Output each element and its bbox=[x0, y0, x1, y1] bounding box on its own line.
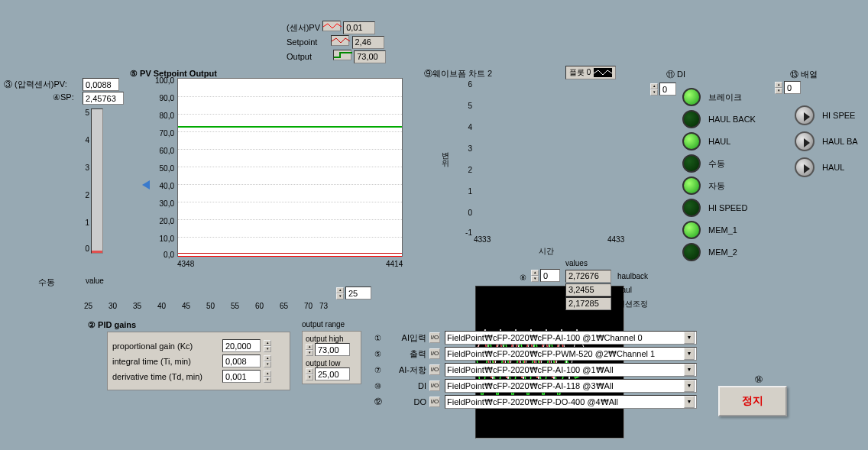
io-row: ①AI입력I/OFieldPoint₩cFP-2020₩cFP-AI-100 @… bbox=[374, 331, 697, 345]
io-label: AI입력 bbox=[388, 332, 426, 344]
io-row: ⑫DOI/OFieldPoint₩cFP-2020₩cFP-DO-400 @4₩… bbox=[374, 395, 697, 409]
hslider-label: value bbox=[86, 277, 104, 285]
io-icon[interactable]: I/O bbox=[429, 397, 440, 407]
legend-pv-line bbox=[322, 21, 341, 31]
di-row: MEM_1 bbox=[682, 221, 756, 239]
legend-out-row: Output 73,00 bbox=[287, 50, 386, 63]
io-row: ⑦AI-저항I/OFieldPoint₩cFP-2020₩cFP-AI-100 … bbox=[374, 363, 697, 377]
values-label: values bbox=[565, 259, 588, 267]
io-combo[interactable]: FieldPoint₩cFP-2020₩cFP-AI-100 @1₩All▼ bbox=[445, 363, 697, 377]
stop-num: ⑭ bbox=[755, 374, 763, 385]
pv-chart-xstart: 4348 bbox=[177, 260, 194, 268]
io-label: DO bbox=[388, 397, 426, 406]
waveform-xstart: 4333 bbox=[474, 235, 491, 244]
di-led bbox=[682, 132, 701, 151]
di-led bbox=[682, 221, 701, 239]
chevron-down-icon[interactable]: ▼ bbox=[684, 380, 695, 392]
di-led bbox=[682, 154, 701, 173]
di-led-label: 자동 bbox=[708, 180, 725, 192]
hslider-value-box[interactable]: ▴▾ bbox=[336, 287, 371, 299]
di-led-label: 수동 bbox=[708, 158, 725, 170]
io-num: ⑩ bbox=[374, 382, 385, 390]
pid-kc-input[interactable] bbox=[222, 339, 261, 352]
waveform-xend: 4433 bbox=[607, 235, 624, 244]
legend-out-line bbox=[333, 50, 351, 60]
di-title: ⑪ DI bbox=[666, 69, 685, 80]
legend-pv-value: 0,01 bbox=[343, 21, 375, 34]
io-icon[interactable]: I/O bbox=[429, 332, 440, 343]
hslider-ticks: 25 30 35 40 45 50 55 60 65 70 73 bbox=[84, 302, 329, 314]
pid-kc-label: proportional gain (Kc) bbox=[112, 342, 219, 351]
array-row: HI SPEE bbox=[795, 105, 858, 125]
pv-chart bbox=[177, 78, 403, 257]
io-num: ⑦ bbox=[374, 366, 385, 374]
di-led-label: HI SPEED bbox=[708, 203, 747, 212]
values-idx[interactable]: ▴▾ bbox=[531, 269, 560, 282]
pv-chart-xend: 4414 bbox=[386, 260, 403, 268]
array-knobs: HI SPEEHAUL BAHAUL bbox=[795, 99, 858, 183]
pid-td-label: derivative time (Td, min) bbox=[112, 372, 219, 381]
legend-pv-label: (센서)PV bbox=[287, 23, 320, 32]
di-led bbox=[682, 88, 701, 106]
array-knob-label: HI SPEE bbox=[822, 111, 855, 120]
array-idx[interactable]: ▴▾ bbox=[775, 81, 801, 94]
di-led-label: 브레이크 bbox=[708, 92, 742, 103]
stop-button[interactable]: 정지 bbox=[718, 386, 787, 416]
di-led-label: HAUL BACK bbox=[708, 115, 756, 124]
array-knob-label: HAUL BA bbox=[822, 137, 858, 146]
io-label: DI bbox=[388, 381, 426, 390]
chevron-down-icon[interactable]: ▼ bbox=[684, 396, 695, 408]
chevron-down-icon[interactable]: ▼ bbox=[684, 364, 695, 376]
output-low-input[interactable] bbox=[315, 367, 350, 380]
values-rows: 2,72676 haulback 3,2455 haul 2,17285 텐션조… bbox=[565, 269, 648, 311]
vertical-slider[interactable]: 5 4 3 2 1 0 bbox=[80, 108, 103, 254]
io-row: ⑤출력I/OFieldPoint₩cFP-2020₩cFP-PWM-520 @2… bbox=[374, 347, 697, 361]
io-combo[interactable]: FieldPoint₩cFP-2020₩cFP-PWM-520 @2₩Chann… bbox=[445, 347, 697, 361]
di-led-label: MEM_1 bbox=[708, 225, 737, 235]
output-high-label: output high bbox=[306, 335, 358, 343]
array-knob[interactable] bbox=[795, 105, 815, 125]
di-row: MEM_2 bbox=[682, 243, 756, 261]
io-label: 출력 bbox=[388, 348, 426, 360]
legend-sp-row: Setpoint 2,46 bbox=[287, 35, 384, 49]
io-combo[interactable]: FieldPoint₩cFP-2020₩cFP-DO-400 @4₩All▼ bbox=[445, 395, 697, 409]
pv-chart-yaxis: 100,0 90,0 80,0 70,0 60,0 50,0 40,0 30,0… bbox=[134, 76, 176, 260]
io-combo[interactable]: FieldPoint₩cFP-2020₩cFP-AI-118 @3₩All▼ bbox=[445, 379, 697, 393]
io-row: ⑩DII/OFieldPoint₩cFP-2020₩cFP-AI-118 @3₩… bbox=[374, 379, 697, 393]
waveform-plot-combo[interactable]: 플롯 0 bbox=[565, 66, 616, 79]
legend-pv-row: (센서)PV 0,01 bbox=[287, 21, 375, 34]
pv-chart-pointer[interactable] bbox=[142, 180, 150, 189]
array-knob[interactable] bbox=[795, 131, 815, 151]
di-row: 브레이크 bbox=[682, 88, 756, 106]
di-led bbox=[682, 110, 701, 128]
pid-ti-input[interactable] bbox=[222, 354, 261, 367]
pressure-sp-input[interactable] bbox=[83, 92, 124, 105]
values-tension: 2,17285 bbox=[565, 297, 611, 310]
values-haul: 3,2455 bbox=[565, 283, 611, 296]
chevron-down-icon[interactable]: ▼ bbox=[684, 348, 695, 360]
di-led bbox=[682, 243, 701, 261]
io-icon[interactable]: I/O bbox=[429, 348, 440, 359]
pressure-pv-label: ③ (압력센서)PV: bbox=[4, 79, 67, 90]
pid-title: ② PID gains bbox=[88, 320, 136, 330]
pressure-sp-label: ④SP: bbox=[53, 92, 74, 102]
io-num: ⑤ bbox=[374, 350, 385, 358]
array-row: HAUL BA bbox=[795, 131, 858, 151]
di-idx[interactable]: ▴▾ bbox=[650, 83, 676, 96]
io-icon[interactable]: I/O bbox=[429, 364, 440, 375]
pressure-pv-input[interactable] bbox=[83, 78, 119, 91]
legend-sp-value: 2,46 bbox=[352, 36, 384, 49]
pid-td-input[interactable] bbox=[222, 370, 261, 383]
di-row: HI SPEED bbox=[682, 199, 756, 217]
output-high-input[interactable] bbox=[315, 343, 350, 356]
io-icon[interactable]: I/O bbox=[429, 380, 440, 391]
io-combo-text: FieldPoint₩cFP-2020₩cFP-PWM-520 @2₩Chann… bbox=[447, 349, 655, 359]
io-num: ⑫ bbox=[374, 397, 385, 407]
array-knob[interactable] bbox=[795, 157, 815, 177]
waveform-xlabel: 시간 bbox=[539, 246, 554, 257]
io-num: ① bbox=[374, 334, 385, 342]
waveform-title: ⑨웨이브폼 차트 2 bbox=[424, 68, 492, 79]
legend-sp-label: Setpoint bbox=[287, 37, 317, 47]
io-combo[interactable]: FieldPoint₩cFP-2020₩cFP-AI-100 @1₩Channe… bbox=[445, 331, 697, 345]
chevron-down-icon[interactable]: ▼ bbox=[684, 332, 695, 344]
